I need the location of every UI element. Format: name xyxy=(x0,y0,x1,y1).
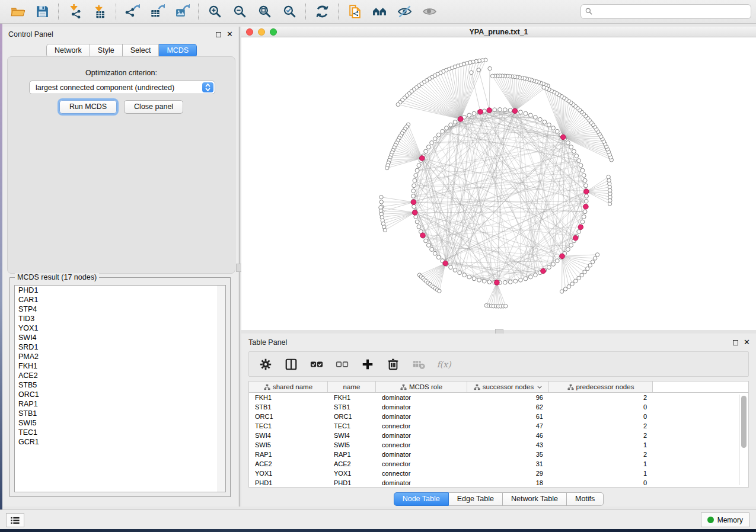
ring-node[interactable] xyxy=(534,115,538,119)
ring-node[interactable] xyxy=(415,220,419,224)
leaf-node[interactable] xyxy=(490,74,494,78)
export-image-button[interactable] xyxy=(170,2,194,21)
ring-node[interactable] xyxy=(579,164,583,168)
leaf-node[interactable] xyxy=(591,260,594,264)
ring-node[interactable] xyxy=(441,129,445,133)
float-panel-icon[interactable] xyxy=(216,32,221,37)
ring-node[interactable] xyxy=(426,243,430,248)
leaf-node[interactable] xyxy=(570,282,574,286)
leaf-node[interactable] xyxy=(560,290,563,293)
table-row[interactable]: FKH1FKH1dominator962 xyxy=(249,393,748,402)
table-scrollbar-thumb[interactable] xyxy=(741,396,747,448)
zoom-fit-button[interactable] xyxy=(252,2,277,21)
mcds-result-item[interactable]: TEC1 xyxy=(15,428,225,437)
leaf-node[interactable] xyxy=(383,228,387,232)
table-row[interactable]: RAP1RAP1dominator352 xyxy=(249,450,748,459)
ring-node[interactable] xyxy=(569,145,573,149)
ring-node[interactable] xyxy=(547,265,551,270)
mcds-result-item[interactable]: STP4 xyxy=(15,305,225,314)
tab-edge-table[interactable]: Edge Table xyxy=(449,492,503,506)
zoom-out-button[interactable] xyxy=(227,2,252,21)
memory-button[interactable]: Memory xyxy=(701,512,749,527)
ring-node[interactable] xyxy=(445,126,449,130)
ring-node[interactable] xyxy=(566,248,570,252)
column-header-successor-nodes[interactable]: successor nodes xyxy=(467,382,549,392)
table-row[interactable]: ACE2ACE2connector311 xyxy=(249,459,748,469)
ring-node[interactable] xyxy=(584,199,588,203)
ring-node[interactable] xyxy=(412,194,416,198)
mcds-hub-node[interactable] xyxy=(541,268,546,274)
ring-node[interactable] xyxy=(412,189,416,193)
ring-node[interactable] xyxy=(528,275,532,279)
ring-node[interactable] xyxy=(583,210,587,214)
leaf-node[interactable] xyxy=(385,166,389,169)
ring-node[interactable] xyxy=(424,149,428,153)
table-row[interactable]: PHD1PHD1dominator180 xyxy=(249,478,748,488)
mcds-hub-node[interactable] xyxy=(560,254,565,259)
hide-selected-button[interactable] xyxy=(392,2,417,21)
leaf-node[interactable] xyxy=(470,70,473,74)
ring-node[interactable] xyxy=(583,178,587,182)
ring-node[interactable] xyxy=(508,280,512,284)
ring-node[interactable] xyxy=(430,141,434,145)
ring-node[interactable] xyxy=(414,174,418,178)
ring-node[interactable] xyxy=(472,277,476,281)
ring-node[interactable] xyxy=(524,277,528,281)
table-row[interactable]: ORC1ORC1dominator610 xyxy=(249,412,748,421)
mcds-result-item[interactable]: YOX1 xyxy=(15,323,225,333)
mcds-result-item[interactable]: SWI5 xyxy=(15,418,225,428)
mcds-result-item[interactable]: FKH1 xyxy=(15,361,225,371)
refresh-layout-button[interactable] xyxy=(310,2,334,21)
tab-style[interactable]: Style xyxy=(90,44,123,57)
save-session-button[interactable] xyxy=(30,2,55,21)
import-network-button[interactable] xyxy=(62,2,87,21)
ring-node[interactable] xyxy=(477,278,481,282)
ring-node[interactable] xyxy=(577,159,581,163)
ring-node[interactable] xyxy=(519,278,523,282)
ring-node[interactable] xyxy=(433,137,437,141)
mcds-hub-node[interactable] xyxy=(412,210,417,216)
ring-node[interactable] xyxy=(412,184,416,188)
zoom-in-button[interactable] xyxy=(202,2,227,21)
ring-node[interactable] xyxy=(449,123,453,127)
network-canvas-svg[interactable] xyxy=(241,37,756,330)
ring-node[interactable] xyxy=(462,273,467,277)
ring-node[interactable] xyxy=(453,268,457,273)
ring-node[interactable] xyxy=(582,215,586,219)
ring-node[interactable] xyxy=(580,168,585,172)
mcds-hub-node[interactable] xyxy=(420,233,426,238)
leaf-node[interactable] xyxy=(607,175,610,179)
ring-node[interactable] xyxy=(543,120,547,124)
mcds-hub-node[interactable] xyxy=(583,204,589,209)
leaf-node[interactable] xyxy=(379,200,383,204)
ring-node[interactable] xyxy=(572,149,576,153)
mcds-result-item[interactable]: GCR1 xyxy=(15,437,225,447)
leaf-node[interactable] xyxy=(396,102,400,106)
ring-node[interactable] xyxy=(426,145,430,149)
leaf-node[interactable] xyxy=(588,264,592,267)
ring-node[interactable] xyxy=(433,251,437,255)
ring-node[interactable] xyxy=(585,194,589,198)
tab-mcds[interactable]: MCDS xyxy=(159,44,197,57)
task-history-button[interactable] xyxy=(6,513,24,527)
ring-node[interactable] xyxy=(519,110,523,114)
table-row[interactable]: YOX1YOX1connector291 xyxy=(249,469,748,478)
ring-node[interactable] xyxy=(584,184,588,188)
column-header-shared-name[interactable]: shared name xyxy=(249,382,328,392)
float-table-panel-icon[interactable] xyxy=(733,340,738,345)
tab-network-table[interactable]: Network Table xyxy=(503,492,567,506)
tab-select[interactable]: Select xyxy=(123,44,160,57)
mcds-result-item[interactable]: STB1 xyxy=(15,409,225,418)
mcds-result-item[interactable]: PHD1 xyxy=(15,286,225,295)
zoom-selected-button[interactable] xyxy=(277,2,302,21)
mcds-hub-node[interactable] xyxy=(560,134,566,140)
tab-node-table[interactable]: Node Table xyxy=(394,492,449,506)
leaf-node[interactable] xyxy=(586,267,589,270)
ring-node[interactable] xyxy=(503,280,507,284)
ring-node[interactable] xyxy=(569,243,573,248)
select-all-rows-button[interactable] xyxy=(308,356,325,373)
mcds-list-scrollbar[interactable] xyxy=(218,286,225,492)
mcds-result-item[interactable]: RAP1 xyxy=(15,399,225,409)
criterion-dropdown[interactable]: largest connected component (undirected) xyxy=(29,81,215,94)
mcds-hub-node[interactable] xyxy=(578,225,583,230)
